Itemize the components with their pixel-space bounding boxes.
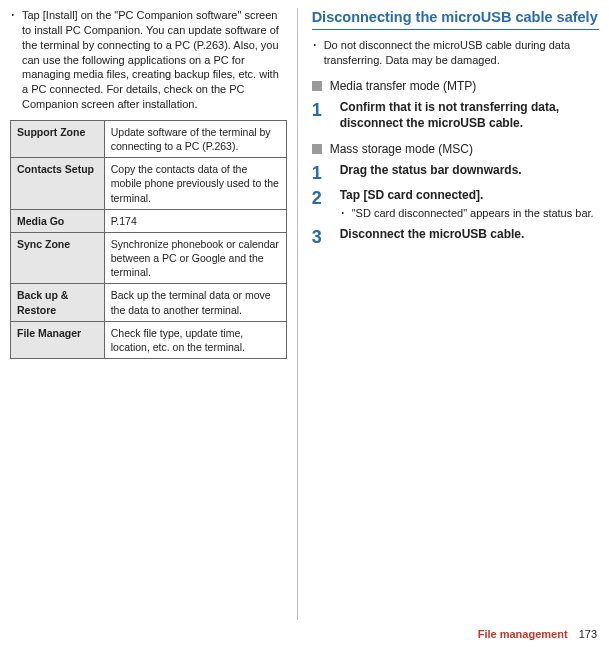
step-body: Disconnect the microUSB cable. bbox=[340, 227, 599, 246]
app-name: Back up & Restore bbox=[11, 284, 105, 321]
step-number: 1 bbox=[312, 163, 330, 182]
square-icon bbox=[312, 144, 322, 154]
mode-mtp-row: Media transfer mode (MTP) bbox=[312, 78, 599, 94]
app-name: Media Go bbox=[11, 209, 105, 232]
page-columns: ･ Tap [Install] on the "PC Companion sof… bbox=[0, 0, 609, 620]
mode-msc-label: Mass storage mode (MSC) bbox=[330, 141, 473, 157]
page-footer: File management 173 bbox=[478, 627, 597, 642]
bullet-dot-icon: ･ bbox=[312, 38, 318, 68]
right-column: Disconnecting the microUSB cable safely … bbox=[312, 8, 599, 620]
app-desc: Synchronize phonebook or calendar betwee… bbox=[104, 232, 286, 284]
bullet-dot-icon: ･ bbox=[10, 8, 16, 112]
step-row: 1 Drag the status bar downwards. bbox=[312, 163, 599, 182]
app-desc: Copy the contacts data of the mobile pho… bbox=[104, 158, 286, 210]
step-body: Confirm that it is not transferring data… bbox=[340, 100, 599, 131]
table-row: Contacts Setup Copy the contacts data of… bbox=[11, 158, 287, 210]
bullet-dot-icon: ･ bbox=[340, 206, 346, 221]
app-name: Support Zone bbox=[11, 120, 105, 157]
warning-text: Do not disconnect the microUSB cable dur… bbox=[324, 38, 599, 68]
app-name: Sync Zone bbox=[11, 232, 105, 284]
table-row: File Manager Check file type, update tim… bbox=[11, 321, 287, 358]
app-name: Contacts Setup bbox=[11, 158, 105, 210]
step-sub-text: "SD card disconnected" appears in the st… bbox=[352, 206, 594, 221]
mode-msc-row: Mass storage mode (MSC) bbox=[312, 141, 599, 157]
intro-bullet: ･ Tap [Install] on the "PC Companion sof… bbox=[10, 8, 287, 112]
step-number: 1 bbox=[312, 100, 330, 131]
table-row: Support Zone Update software of the term… bbox=[11, 120, 287, 157]
app-desc: Update software of the terminal by conne… bbox=[104, 120, 286, 157]
app-desc: Back up the terminal data or move the da… bbox=[104, 284, 286, 321]
app-desc: P.174 bbox=[104, 209, 286, 232]
table-row: Sync Zone Synchronize phonebook or calen… bbox=[11, 232, 287, 284]
footer-page-number: 173 bbox=[579, 628, 597, 640]
step-row: 1 Confirm that it is not transferring da… bbox=[312, 100, 599, 131]
step-title: Confirm that it is not transferring data… bbox=[340, 100, 599, 131]
step-row: 2 Tap [SD card connected]. ･ "SD card di… bbox=[312, 188, 599, 220]
table-row: Media Go P.174 bbox=[11, 209, 287, 232]
table-row: Back up & Restore Back up the terminal d… bbox=[11, 284, 287, 321]
mode-mtp-label: Media transfer mode (MTP) bbox=[330, 78, 477, 94]
step-row: 3 Disconnect the microUSB cable. bbox=[312, 227, 599, 246]
step-title: Disconnect the microUSB cable. bbox=[340, 227, 599, 243]
pc-companion-apps-table: Support Zone Update software of the term… bbox=[10, 120, 287, 359]
intro-text: Tap [Install] on the "PC Companion softw… bbox=[22, 8, 287, 112]
step-title: Drag the status bar downwards. bbox=[340, 163, 599, 179]
app-desc: Check file type, update time, location, … bbox=[104, 321, 286, 358]
step-title: Tap [SD card connected]. bbox=[340, 188, 599, 204]
left-column: ･ Tap [Install] on the "PC Companion sof… bbox=[10, 8, 298, 620]
warning-bullet: ･ Do not disconnect the microUSB cable d… bbox=[312, 38, 599, 68]
step-number: 3 bbox=[312, 227, 330, 246]
step-number: 2 bbox=[312, 188, 330, 220]
step-sub: ･ "SD card disconnected" appears in the … bbox=[340, 206, 599, 221]
step-body: Tap [SD card connected]. ･ "SD card disc… bbox=[340, 188, 599, 220]
step-body: Drag the status bar downwards. bbox=[340, 163, 599, 182]
square-icon bbox=[312, 81, 322, 91]
footer-section: File management bbox=[478, 628, 568, 640]
section-heading: Disconnecting the microUSB cable safely bbox=[312, 8, 599, 30]
app-name: File Manager bbox=[11, 321, 105, 358]
